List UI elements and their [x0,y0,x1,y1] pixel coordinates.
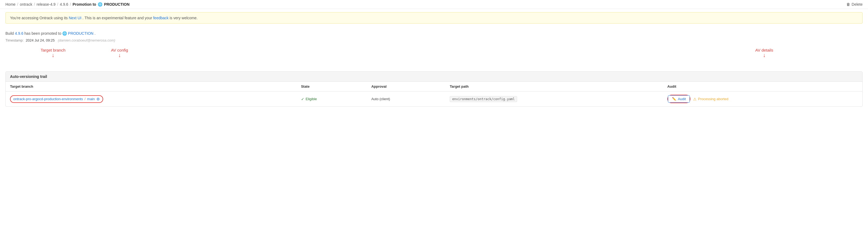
separator: / [70,2,71,6]
col-target-path: Target path [445,82,663,92]
separator: / [34,2,35,6]
breadcrumb-release[interactable]: release-4.9 [36,2,56,6]
av-trail-title: Auto-versioning trail [10,74,47,79]
prod-globe: 🌐 [62,31,67,35]
col-approval: Approval [367,82,445,92]
env-label: PRODUCTION [104,2,129,6]
banner-text-after: is very welcome. [169,16,197,20]
branch-highlight: ontrack-pro-argocd-production-environmen… [10,95,103,103]
next-ui-link[interactable]: Next UI [69,16,82,20]
build-text-middle: has been promoted to [24,31,62,35]
col-target-branch: Target branch [6,82,297,92]
breadcrumb-current: Promotion to 🌐 PRODUCTION [72,2,129,6]
timestamp-label: Timestamp: [5,38,24,42]
timestamp-row: Timestamp: 2024 Jul 24, 09:25 (damien.co… [5,38,863,42]
target-path-badge: environments/ontrack/config.yaml [450,96,517,102]
separator: / [57,2,58,6]
trail-table-head: Target branch State Approval Target path… [6,82,862,92]
breadcrumb-ontrack[interactable]: ontrack [20,2,32,6]
target-path-cell: environments/ontrack/config.yaml [445,92,663,107]
top-bar: Home / ontrack / release-4.9 / 4.9.6 / P… [0,0,868,9]
annotations-layer: Target branch ↓ AV config ↓ AV details ↓ [5,48,863,68]
timestamp-value: 2024 Jul 24, 09:25 [26,38,55,42]
main-content: Build 4.9.6 has been promoted to 🌐 PRODU… [0,27,868,111]
av-trail-wrapper: Target branch ↓ AV config ↓ AV details ↓… [5,48,863,107]
approval-value: Auto (client) [371,97,390,101]
delete-label: Delete [852,2,863,6]
approval-cell: Auto (client) [367,92,445,107]
trail-table: Target branch State Approval Target path… [6,82,862,106]
audit-button[interactable]: ✏️ Audit [668,95,690,103]
delete-button[interactable]: 🗑 Delete [846,2,863,6]
build-text-before: Build [5,31,15,35]
banner-text-before: You're accessing Ontrack using its [10,16,69,20]
branch-cell: ontrack-pro-argocd-production-environmen… [6,92,297,107]
branch-repo-link[interactable]: ontrack-pro-argocd-production-environmen… [13,97,83,101]
breadcrumb: Home / ontrack / release-4.9 / 4.9.6 / P… [5,2,129,6]
av-trail-header: Auto-versioning trail [6,72,862,82]
pencil-icon: ✏️ [672,97,676,101]
av-details-arrow: ↓ [755,52,773,58]
branch-separator: / [85,97,86,101]
separator: / [17,2,18,6]
promotion-to-label: Promotion to [72,2,96,6]
experimental-banner: You're accessing Ontrack using its Next … [5,12,863,24]
audit-label: Audit [678,97,686,101]
av-config-arrow: ↓ [111,52,128,58]
breadcrumb-version[interactable]: 4.9.6 [60,2,68,6]
av-trail-section: Auto-versioning trail Target branch Stat… [5,71,863,107]
build-text-after: . [94,31,96,35]
audit-cell: ✏️ Audit ⚠ Processing aborted [663,92,862,107]
target-branch-annotation: Target branch ↓ [41,48,65,58]
branch-name-link[interactable]: main [87,97,95,101]
banner-text-middle: . This is an experimental feature and yo… [83,16,153,20]
audit-highlight: ✏️ Audit [668,95,691,103]
col-audit: Audit [663,82,862,92]
warning-icon: ⚠ [693,97,696,101]
state-eligible: ✓ Eligible [301,97,363,101]
promoted-info: Build 4.9.6 has been promoted to 🌐 PRODU… [5,31,863,35]
av-config-annotation: AV config ↓ [111,48,128,58]
audit-status-cell: ✏️ Audit ⚠ Processing aborted [668,95,858,103]
av-config-label: AV config [111,48,128,52]
processing-aborted-label: Processing aborted [698,97,728,101]
feedback-link[interactable]: feedback [153,16,169,20]
target-branch-label: Target branch [41,48,65,52]
trail-table-header-row: Target branch State Approval Target path… [6,82,862,92]
trash-icon: 🗑 [846,2,850,6]
table-row: ontrack-pro-argocd-production-environmen… [6,92,862,107]
build-link[interactable]: 4.9.6 [15,31,23,35]
timestamp-user: (damien.coraboeuf@nemerosa.com) [58,38,115,42]
globe-emoji: 🌐 [98,2,102,6]
check-icon: ✓ [301,97,304,101]
col-state: State [297,82,367,92]
av-details-annotation: AV details ↓ [755,48,773,58]
state-label: Eligible [306,97,317,101]
breadcrumb-home[interactable]: Home [5,2,16,6]
target-branch-arrow: ↓ [41,52,65,58]
av-details-label: AV details [755,48,773,52]
processing-aborted-status: ⚠ Processing aborted [693,97,728,101]
trail-table-body: ontrack-pro-argocd-production-environmen… [6,92,862,107]
state-cell: ✓ Eligible [297,92,367,107]
production-link[interactable]: PRODUCTION [68,31,93,35]
gear-icon[interactable]: ⚙ [96,97,100,101]
